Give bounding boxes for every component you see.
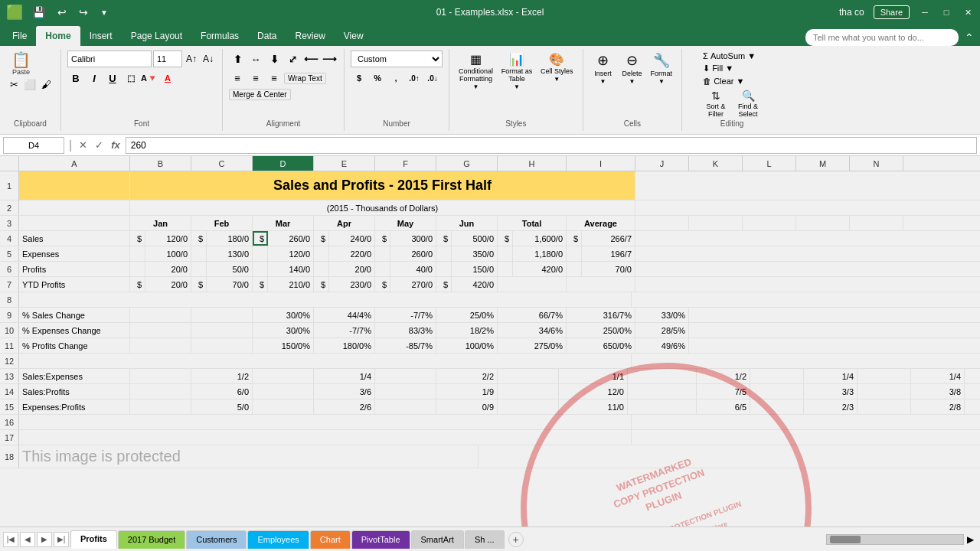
cell-B3[interactable]: Jan: [130, 216, 191, 230]
font-color-button[interactable]: A: [159, 70, 176, 86]
cell-I6[interactable]: 70/0: [582, 262, 635, 276]
col-header-M[interactable]: M: [796, 156, 850, 171]
cell-C10[interactable]: [191, 323, 253, 337]
cell-G15[interactable]: 6/5: [697, 399, 750, 414]
cell-I4[interactable]: 266/7: [582, 231, 635, 246]
cell-A9[interactable]: % Sales Change: [19, 308, 130, 322]
cell-G4-dollar[interactable]: $: [436, 231, 452, 246]
cell-E7[interactable]: 230/0: [329, 277, 375, 292]
cell-D3[interactable]: Mar: [253, 216, 314, 230]
row-num-9[interactable]: 9: [0, 308, 19, 322]
cell-D13[interactable]: 1/4: [314, 369, 375, 383]
cell-H7[interactable]: [498, 277, 567, 292]
redo-icon[interactable]: ↪: [76, 5, 91, 20]
maximize-button[interactable]: □: [940, 6, 952, 18]
cell-I14-sp[interactable]: [858, 384, 911, 399]
cell-H6[interactable]: 420/0: [513, 262, 567, 276]
cell-N3[interactable]: [850, 216, 903, 230]
indent-increase-button[interactable]: ⟶: [321, 51, 338, 67]
tab-review[interactable]: Review: [286, 26, 334, 46]
cell-H10[interactable]: 34/6%: [498, 323, 567, 337]
cell-B5-sp[interactable]: [130, 246, 145, 261]
cell-I5[interactable]: 196/7: [582, 246, 635, 261]
cell-D14[interactable]: 3/6: [314, 384, 375, 399]
cell-F11[interactable]: -85/7%: [375, 338, 436, 353]
row-num-15[interactable]: 15: [0, 399, 19, 414]
copy-button[interactable]: ⬜: [21, 78, 38, 91]
cell-H4[interactable]: 1,600/0: [513, 231, 567, 246]
cell-E7-dollar[interactable]: $: [314, 277, 329, 292]
sort-filter-button[interactable]: ⇅ Sort &Filter: [701, 88, 731, 119]
cell-I13[interactable]: 1/4: [911, 369, 965, 383]
cell-B6[interactable]: 20/0: [145, 262, 191, 276]
sheet-tab-2017budget[interactable]: 2017 Budget: [118, 530, 185, 549]
col-header-C[interactable]: C: [191, 156, 253, 171]
cell-B5[interactable]: 100/0: [145, 246, 191, 261]
cell-B9[interactable]: [130, 308, 191, 322]
save-icon[interactable]: 💾: [29, 5, 48, 20]
tab-file[interactable]: File: [3, 26, 36, 46]
row-num-17[interactable]: 17: [0, 430, 19, 445]
cell-A4[interactable]: Sales: [19, 231, 130, 246]
cell-G7-dollar[interactable]: $: [436, 277, 452, 292]
cell-I6-sp[interactable]: [567, 262, 582, 276]
conditional-formatting-button[interactable]: ▦ ConditionalFormatting ▼: [456, 51, 496, 92]
cell-F7-dollar[interactable]: $: [375, 277, 390, 292]
align-bottom-button[interactable]: ⬇: [266, 51, 283, 67]
row-num-12[interactable]: 12: [0, 354, 19, 368]
close-button[interactable]: ✕: [962, 6, 974, 18]
cell-I10[interactable]: 250/0%: [567, 323, 635, 337]
cell-G5-sp[interactable]: [436, 246, 452, 261]
cell-F3[interactable]: May: [375, 216, 436, 230]
cell-D6[interactable]: 140/0: [268, 262, 314, 276]
cell-D14-sp[interactable]: [253, 384, 314, 399]
cell-row12[interactable]: [19, 354, 632, 368]
format-as-table-button[interactable]: 📊 Format asTable ▼: [498, 51, 536, 92]
align-middle-button[interactable]: ↔: [247, 51, 264, 67]
merge-center-button[interactable]: Merge & Center: [229, 89, 291, 100]
cell-I7[interactable]: [567, 277, 635, 292]
cell-D15[interactable]: 2/6: [314, 399, 375, 414]
cell-G14-sp[interactable]: [628, 384, 697, 399]
autosum-button[interactable]: Σ AutoSum ▼: [701, 51, 758, 61]
cell-A13[interactable]: Sales:Expenses: [19, 369, 130, 383]
cell-H9[interactable]: 66/7%: [498, 308, 567, 322]
cell-B14[interactable]: [130, 384, 191, 399]
cell-D4-dollar[interactable]: $: [253, 231, 268, 246]
cancel-icon[interactable]: ✕: [77, 139, 90, 151]
cell-B13[interactable]: [130, 369, 191, 383]
cell-I3[interactable]: Average: [567, 216, 635, 230]
cell-G14[interactable]: 7/5: [697, 384, 750, 399]
col-header-K[interactable]: K: [689, 156, 743, 171]
fill-button[interactable]: ⬇ Fill ▼: [701, 63, 736, 74]
align-left-button[interactable]: ≡: [229, 70, 246, 86]
cell-L3[interactable]: [743, 216, 796, 230]
cell-M3[interactable]: [796, 216, 850, 230]
sheet-tab-chart[interactable]: Chart: [310, 530, 351, 549]
undo-icon[interactable]: ↩: [54, 5, 70, 20]
cell-A1[interactable]: [19, 171, 130, 200]
row-num-7[interactable]: 7: [0, 277, 19, 292]
cell-subtitle[interactable]: (2015 - Thousands of Dollars): [130, 201, 635, 215]
cell-C5-sp[interactable]: [191, 246, 207, 261]
cell-H3[interactable]: Total: [498, 216, 567, 230]
cell-E10[interactable]: -7/7%: [314, 323, 375, 337]
cell-B7[interactable]: 20/0: [145, 277, 191, 292]
col-header-I[interactable]: I: [567, 156, 635, 171]
row-num-10[interactable]: 10: [0, 323, 19, 337]
cell-D9[interactable]: 30/0%: [253, 308, 314, 322]
row-num-8[interactable]: 8: [0, 292, 19, 307]
cell-title[interactable]: Sales and Profits - 2015 First Half: [130, 171, 635, 200]
minimize-button[interactable]: ─: [919, 6, 931, 18]
cell-D4[interactable]: 260/0: [268, 231, 314, 246]
row-num-18[interactable]: 18: [0, 445, 19, 468]
cell-D6-sp[interactable]: [253, 262, 268, 276]
cell-C5[interactable]: 130/0: [207, 246, 253, 261]
cell-row16[interactable]: [19, 415, 632, 429]
find-select-button[interactable]: 🔍 Find &Select: [733, 88, 763, 119]
format-button[interactable]: 🔧 Format ▼: [648, 51, 676, 86]
cell-E4[interactable]: 240/0: [329, 231, 375, 246]
cell-D7-dollar[interactable]: $: [253, 277, 268, 292]
indent-decrease-button[interactable]: ⟵: [302, 51, 319, 67]
cell-F10[interactable]: 83/3%: [375, 323, 436, 337]
